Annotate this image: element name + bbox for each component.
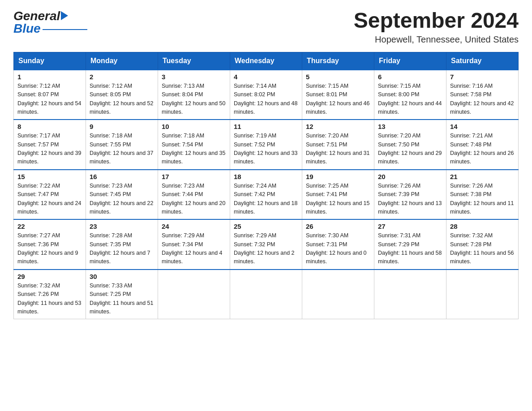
day-number: 8 [17, 123, 82, 130]
calendar-cell: 19Sunrise: 7:25 AMSunset: 7:41 PMDayligh… [302, 170, 374, 220]
day-info: Sunrise: 7:32 AMSunset: 7:26 PMDaylight:… [17, 282, 82, 317]
day-number: 30 [90, 273, 154, 280]
day-info: Sunrise: 7:22 AMSunset: 7:47 PMDaylight:… [17, 182, 82, 217]
day-number: 29 [17, 273, 82, 280]
calendar-cell: 2Sunrise: 7:12 AMSunset: 8:05 PMDaylight… [86, 70, 158, 120]
day-info: Sunrise: 7:14 AMSunset: 8:02 PMDaylight:… [234, 82, 298, 117]
day-info: Sunrise: 7:12 AMSunset: 8:05 PMDaylight:… [90, 82, 154, 117]
day-number: 17 [162, 173, 226, 180]
calendar-header-row: Sunday Monday Tuesday Wednesday Thursday… [14, 52, 519, 70]
day-number: 9 [90, 123, 154, 130]
day-number: 27 [378, 223, 442, 230]
calendar-cell: 7Sunrise: 7:16 AMSunset: 7:58 PMDaylight… [446, 70, 519, 120]
day-number: 26 [306, 223, 370, 230]
day-info: Sunrise: 7:24 AMSunset: 7:42 PMDaylight:… [234, 182, 298, 217]
day-number: 10 [162, 123, 226, 130]
day-number: 19 [306, 173, 370, 180]
day-info: Sunrise: 7:26 AMSunset: 7:39 PMDaylight:… [378, 182, 442, 217]
location-title: Hopewell, Tennessee, United States [354, 34, 519, 45]
calendar-cell: 8Sunrise: 7:17 AMSunset: 7:57 PMDaylight… [14, 120, 86, 170]
calendar-week-1: 1Sunrise: 7:12 AMSunset: 8:07 PMDaylight… [14, 70, 519, 120]
day-number: 16 [90, 173, 154, 180]
calendar-cell: 28Sunrise: 7:32 AMSunset: 7:28 PMDayligh… [446, 219, 519, 270]
month-title: September 2024 [354, 9, 519, 33]
calendar-week-5: 29Sunrise: 7:32 AMSunset: 7:26 PMDayligh… [14, 270, 519, 319]
header-saturday: Saturday [446, 52, 519, 70]
calendar-cell [230, 270, 302, 319]
day-number: 5 [306, 73, 370, 81]
calendar-cell [158, 270, 230, 319]
day-number: 21 [450, 173, 515, 180]
calendar-cell: 23Sunrise: 7:28 AMSunset: 7:35 PMDayligh… [86, 219, 158, 270]
day-number: 28 [450, 223, 515, 230]
calendar-cell: 13Sunrise: 7:20 AMSunset: 7:50 PMDayligh… [374, 120, 446, 170]
day-number: 14 [450, 123, 515, 130]
calendar-cell: 6Sunrise: 7:15 AMSunset: 8:00 PMDaylight… [374, 70, 446, 120]
day-number: 6 [378, 73, 442, 81]
calendar-table: Sunday Monday Tuesday Wednesday Thursday… [13, 52, 519, 320]
calendar-cell: 1Sunrise: 7:12 AMSunset: 8:07 PMDaylight… [14, 70, 86, 120]
calendar-cell: 17Sunrise: 7:23 AMSunset: 7:44 PMDayligh… [158, 170, 230, 220]
day-info: Sunrise: 7:15 AMSunset: 8:01 PMDaylight:… [306, 82, 370, 117]
day-info: Sunrise: 7:31 AMSunset: 7:29 PMDaylight:… [378, 231, 442, 266]
day-info: Sunrise: 7:23 AMSunset: 7:44 PMDaylight:… [162, 182, 226, 217]
calendar-cell [374, 270, 446, 319]
day-number: 7 [450, 73, 515, 81]
day-info: Sunrise: 7:13 AMSunset: 8:04 PMDaylight:… [162, 82, 226, 117]
header-monday: Monday [86, 52, 158, 70]
day-info: Sunrise: 7:23 AMSunset: 7:45 PMDaylight:… [90, 182, 154, 217]
page-header: General Blue September 2024 Hopewell, Te… [13, 9, 519, 45]
day-number: 3 [162, 73, 226, 81]
day-number: 24 [162, 223, 226, 230]
calendar-cell: 15Sunrise: 7:22 AMSunset: 7:47 PMDayligh… [14, 170, 86, 220]
day-number: 22 [17, 223, 82, 230]
day-number: 12 [306, 123, 370, 130]
calendar-cell: 16Sunrise: 7:23 AMSunset: 7:45 PMDayligh… [86, 170, 158, 220]
calendar-cell: 12Sunrise: 7:20 AMSunset: 7:51 PMDayligh… [302, 120, 374, 170]
calendar-week-4: 22Sunrise: 7:27 AMSunset: 7:36 PMDayligh… [14, 219, 519, 270]
day-info: Sunrise: 7:18 AMSunset: 7:55 PMDaylight:… [90, 132, 154, 167]
header-thursday: Thursday [302, 52, 374, 70]
day-number: 2 [90, 73, 154, 81]
calendar-cell: 26Sunrise: 7:30 AMSunset: 7:31 PMDayligh… [302, 219, 374, 270]
day-number: 1 [17, 73, 82, 81]
title-section: September 2024 Hopewell, Tennessee, Unit… [354, 9, 519, 45]
logo-blue-text: Blue [13, 21, 41, 36]
day-info: Sunrise: 7:16 AMSunset: 7:58 PMDaylight:… [450, 82, 515, 117]
day-info: Sunrise: 7:27 AMSunset: 7:36 PMDaylight:… [17, 231, 82, 266]
calendar-cell: 25Sunrise: 7:29 AMSunset: 7:32 PMDayligh… [230, 219, 302, 270]
header-sunday: Sunday [14, 52, 86, 70]
day-info: Sunrise: 7:29 AMSunset: 7:32 PMDaylight:… [234, 231, 298, 266]
day-info: Sunrise: 7:21 AMSunset: 7:48 PMDaylight:… [450, 132, 515, 167]
day-info: Sunrise: 7:15 AMSunset: 8:00 PMDaylight:… [378, 82, 442, 117]
day-info: Sunrise: 7:32 AMSunset: 7:28 PMDaylight:… [450, 231, 515, 266]
calendar-cell: 5Sunrise: 7:15 AMSunset: 8:01 PMDaylight… [302, 70, 374, 120]
calendar-week-3: 15Sunrise: 7:22 AMSunset: 7:47 PMDayligh… [14, 170, 519, 220]
day-number: 4 [234, 73, 298, 81]
calendar-cell: 29Sunrise: 7:32 AMSunset: 7:26 PMDayligh… [14, 270, 86, 319]
day-info: Sunrise: 7:25 AMSunset: 7:41 PMDaylight:… [306, 182, 370, 217]
calendar-cell: 22Sunrise: 7:27 AMSunset: 7:36 PMDayligh… [14, 219, 86, 270]
logo-arrow-icon [61, 11, 68, 20]
calendar-cell: 24Sunrise: 7:29 AMSunset: 7:34 PMDayligh… [158, 219, 230, 270]
day-info: Sunrise: 7:20 AMSunset: 7:50 PMDaylight:… [378, 132, 442, 167]
calendar-cell: 14Sunrise: 7:21 AMSunset: 7:48 PMDayligh… [446, 120, 519, 170]
day-number: 23 [90, 223, 154, 230]
day-info: Sunrise: 7:26 AMSunset: 7:38 PMDaylight:… [450, 182, 515, 217]
day-info: Sunrise: 7:29 AMSunset: 7:34 PMDaylight:… [162, 231, 226, 266]
calendar-cell: 3Sunrise: 7:13 AMSunset: 8:04 PMDaylight… [158, 70, 230, 120]
calendar-cell: 30Sunrise: 7:33 AMSunset: 7:25 PMDayligh… [86, 270, 158, 319]
header-friday: Friday [374, 52, 446, 70]
day-number: 20 [378, 173, 442, 180]
calendar-cell: 21Sunrise: 7:26 AMSunset: 7:38 PMDayligh… [446, 170, 519, 220]
day-info: Sunrise: 7:12 AMSunset: 8:07 PMDaylight:… [17, 82, 82, 117]
day-info: Sunrise: 7:30 AMSunset: 7:31 PMDaylight:… [306, 231, 370, 266]
calendar-cell: 9Sunrise: 7:18 AMSunset: 7:55 PMDaylight… [86, 120, 158, 170]
day-info: Sunrise: 7:28 AMSunset: 7:35 PMDaylight:… [90, 231, 154, 266]
day-number: 13 [378, 123, 442, 130]
calendar-cell: 20Sunrise: 7:26 AMSunset: 7:39 PMDayligh… [374, 170, 446, 220]
calendar-cell: 27Sunrise: 7:31 AMSunset: 7:29 PMDayligh… [374, 219, 446, 270]
calendar-cell: 11Sunrise: 7:19 AMSunset: 7:52 PMDayligh… [230, 120, 302, 170]
day-number: 18 [234, 173, 298, 180]
calendar-cell: 4Sunrise: 7:14 AMSunset: 8:02 PMDaylight… [230, 70, 302, 120]
